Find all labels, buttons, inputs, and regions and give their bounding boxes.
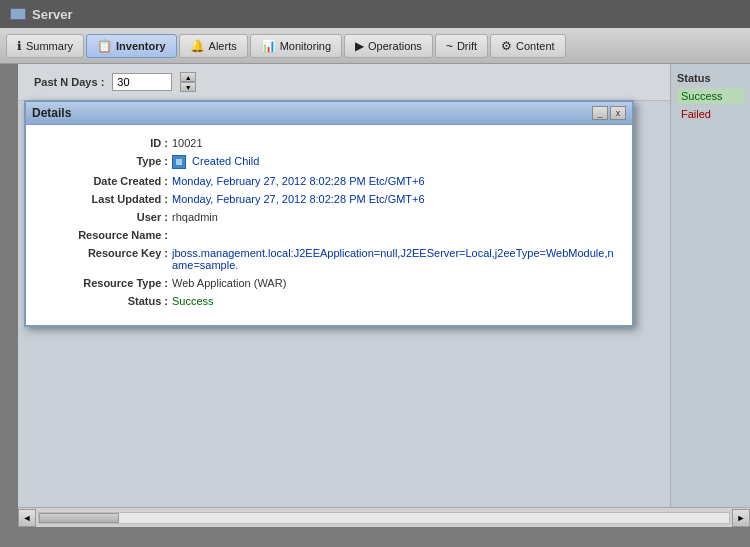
content-area: Past N Days : ▲ ▼ Details _ x: [0, 64, 750, 527]
detail-type-value: Created Child: [172, 155, 259, 169]
monitoring-icon: 📊: [261, 39, 276, 53]
status-success-filter[interactable]: Success: [677, 88, 744, 104]
detail-row-date-created: Date Created : Monday, February 27, 2012…: [42, 175, 616, 187]
server-title-bar: Server: [0, 0, 750, 28]
tab-inventory[interactable]: 📋 Inventory: [86, 34, 177, 58]
detail-row-status: Status : Success: [42, 295, 616, 307]
detail-user-label: User :: [42, 211, 172, 223]
tab-content[interactable]: ⚙ Content: [490, 34, 566, 58]
alerts-icon: 🔔: [190, 39, 205, 53]
tab-operations-label: Operations: [368, 40, 422, 52]
tab-operations[interactable]: ▶ Operations: [344, 34, 433, 58]
content-icon: ⚙: [501, 39, 512, 53]
bottom-scrollbar: ◄ ►: [18, 507, 750, 527]
status-panel-label: Status: [677, 72, 744, 84]
tab-summary[interactable]: ℹ Summary: [6, 34, 84, 58]
tab-content-label: Content: [516, 40, 555, 52]
operations-icon: ▶: [355, 39, 364, 53]
detail-resource-key-value: jboss.management.local:J2EEApplication=n…: [172, 247, 616, 271]
dialog-close-button[interactable]: x: [610, 106, 626, 120]
tab-alerts-label: Alerts: [209, 40, 237, 52]
detail-status-value: Success: [172, 295, 214, 307]
details-dialog: Details _ x ID : 10021 Type :: [24, 100, 634, 327]
detail-row-resource-name: Resource Name :: [42, 229, 616, 241]
tab-summary-label: Summary: [26, 40, 73, 52]
detail-date-created-value: Monday, February 27, 2012 8:02:28 PM Etc…: [172, 175, 425, 187]
spinner: ▲ ▼: [180, 72, 196, 92]
left-sidebar: [0, 64, 18, 527]
detail-user-value: rhqadmin: [172, 211, 218, 223]
scroll-thumb[interactable]: [39, 513, 119, 523]
detail-resource-name-label: Resource Name :: [42, 229, 172, 241]
detail-row-id: ID : 10021: [42, 137, 616, 149]
detail-id-value: 10021: [172, 137, 203, 149]
past-n-days-input[interactable]: [112, 73, 172, 91]
detail-row-type: Type : Created Child: [42, 155, 616, 169]
drift-icon: ~: [446, 39, 453, 53]
tab-drift[interactable]: ~ Drift: [435, 34, 488, 58]
detail-status-label: Status :: [42, 295, 172, 307]
status-failed-filter[interactable]: Failed: [677, 106, 744, 122]
detail-date-created-label: Date Created :: [42, 175, 172, 187]
tab-monitoring-label: Monitoring: [280, 40, 331, 52]
past-n-days-label: Past N Days :: [34, 76, 104, 88]
scroll-right-button[interactable]: ►: [732, 509, 750, 527]
spinner-up[interactable]: ▲: [180, 72, 196, 82]
summary-icon: ℹ: [17, 39, 22, 53]
detail-row-user: User : rhqadmin: [42, 211, 616, 223]
server-title-text: Server: [32, 7, 72, 22]
dialog-controls: _ x: [592, 106, 626, 120]
dialog-body: ID : 10021 Type : Created Child Date Cre…: [26, 125, 632, 325]
server-icon: [10, 8, 26, 20]
detail-row-last-updated: Last Updated : Monday, February 27, 2012…: [42, 193, 616, 205]
scroll-track[interactable]: [38, 512, 730, 524]
dialog-minimize-button[interactable]: _: [592, 106, 608, 120]
detail-last-updated-label: Last Updated :: [42, 193, 172, 205]
dialog-titlebar: Details _ x: [26, 102, 632, 125]
dialog-title: Details: [32, 106, 71, 120]
detail-resource-type-value: Web Application (WAR): [172, 277, 286, 289]
detail-last-updated-value: Monday, February 27, 2012 8:02:28 PM Etc…: [172, 193, 425, 205]
detail-resource-type-label: Resource Type :: [42, 277, 172, 289]
detail-resource-key-label: Resource Key :: [42, 247, 172, 259]
scroll-left-button[interactable]: ◄: [18, 509, 36, 527]
detail-row-resource-type: Resource Type : Web Application (WAR): [42, 277, 616, 289]
tab-drift-label: Drift: [457, 40, 477, 52]
tab-inventory-label: Inventory: [116, 40, 166, 52]
tab-monitoring[interactable]: 📊 Monitoring: [250, 34, 342, 58]
top-nav: ℹ Summary 📋 Inventory 🔔 Alerts 📊 Monitor…: [0, 28, 750, 64]
past-n-days-row: Past N Days : ▲ ▼: [18, 64, 750, 101]
main-content: Past N Days : ▲ ▼ Details _ x: [18, 64, 750, 527]
tab-alerts[interactable]: 🔔 Alerts: [179, 34, 248, 58]
spinner-down[interactable]: ▼: [180, 82, 196, 92]
detail-id-label: ID :: [42, 137, 172, 149]
detail-row-resource-key: Resource Key : jboss.management.local:J2…: [42, 247, 616, 271]
inventory-icon: 📋: [97, 39, 112, 53]
detail-type-label: Type :: [42, 155, 172, 167]
child-type-icon: [172, 155, 186, 169]
